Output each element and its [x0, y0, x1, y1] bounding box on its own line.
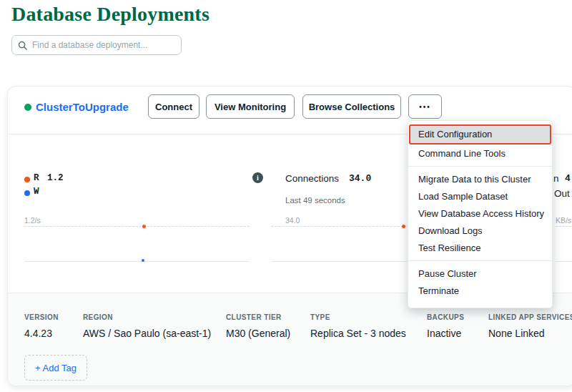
detail-backups: BACKUPS Inactive	[427, 313, 464, 339]
detail-label: LINKED APP SERVICES	[488, 313, 572, 321]
info-icon[interactable]: i	[252, 172, 263, 183]
search-input[interactable]	[32, 40, 175, 50]
connections-window-label: Last 49 seconds	[285, 196, 345, 205]
connections-value: 34.0	[349, 173, 371, 184]
detail-value: Replica Set - 3 nodes	[310, 328, 406, 339]
menu-item-load-sample-dataset[interactable]: Load Sample Dataset	[408, 188, 552, 205]
deployment-search[interactable]	[11, 35, 182, 55]
menu-item-edit-configuration[interactable]: Edit Configuration	[410, 126, 550, 143]
detail-label: BACKUPS	[427, 313, 464, 321]
detail-type: TYPE Replica Set - 3 nodes	[310, 313, 406, 339]
menu-group-data: Migrate Data to this Cluster Load Sample…	[408, 166, 552, 260]
cluster-status-icon	[24, 104, 31, 111]
menu-item-command-line-tools[interactable]: Command Line Tools	[408, 145, 552, 162]
menu-group-lifecycle: Pause Cluster Terminate	[408, 260, 552, 303]
read-ops-value: 1.2	[47, 173, 64, 183]
view-monitoring-button[interactable]: View Monitoring	[206, 94, 295, 119]
connections-max-gridline	[271, 226, 414, 227]
detail-label: TYPE	[310, 313, 406, 321]
network-out-label-fragment: Out	[554, 188, 570, 199]
detail-cluster-tier: CLUSTER TIER M30 (General)	[226, 313, 290, 339]
detail-value: 4.4.23	[24, 328, 59, 339]
network-max-gridline	[556, 226, 572, 227]
ops-baseline	[24, 261, 250, 262]
add-tag-button[interactable]: + Add Tag	[24, 355, 87, 381]
connections-scale-label: 34.0	[285, 216, 300, 225]
network-scale-label: KB/s	[556, 216, 571, 225]
ops-max-gridline	[24, 226, 250, 227]
network-in-label-fragment: n	[553, 173, 559, 184]
page-title: Database Deployments	[11, 3, 209, 26]
detail-label: VERSION	[24, 313, 59, 321]
write-ops-label: W	[34, 187, 39, 197]
more-actions-button[interactable]: •••	[408, 94, 442, 119]
connections-title: Connections	[285, 173, 339, 184]
read-ops-point	[142, 225, 146, 228]
connect-button[interactable]: Connect	[148, 94, 199, 119]
detail-value: Inactive	[427, 328, 464, 339]
read-ops-legend-icon	[24, 177, 30, 182]
database-deployments-page: Database Deployments ClusterToUpgrade Co…	[0, 0, 572, 392]
menu-group-configuration: Edit Configuration Command Line Tools	[408, 124, 552, 166]
detail-value: None Linked	[488, 328, 572, 339]
menu-item-test-resilience[interactable]: Test Resilience	[408, 240, 552, 257]
detail-linked-app-services: LINKED APP SERVICES None Linked	[488, 313, 572, 339]
network-baseline	[556, 261, 572, 262]
detail-version: VERSION 4.4.23	[24, 313, 59, 339]
detail-label: CLUSTER TIER	[226, 313, 290, 321]
cluster-name-link[interactable]: ClusterToUpgrade	[36, 101, 129, 113]
ops-scale-label: 1.2/s	[24, 216, 41, 225]
detail-label: REGION	[83, 313, 211, 321]
write-ops-legend-icon	[24, 190, 30, 196]
menu-item-download-logs[interactable]: Download Logs	[408, 222, 552, 240]
detail-region: REGION AWS / Sao Paulo (sa-east-1)	[83, 313, 211, 339]
cluster-actions-menu: Edit Configuration Command Line Tools Mi…	[408, 120, 553, 308]
detail-value: AWS / Sao Paulo (sa-east-1)	[83, 328, 211, 339]
menu-item-view-access-history[interactable]: View Database Access History	[408, 205, 552, 222]
read-ops-label: R	[34, 173, 39, 183]
menu-item-terminate[interactable]: Terminate	[408, 283, 552, 300]
menu-item-migrate-data[interactable]: Migrate Data to this Cluster	[408, 171, 552, 188]
connections-baseline	[271, 261, 414, 262]
menu-item-pause-cluster[interactable]: Pause Cluster	[408, 265, 552, 283]
search-icon	[18, 41, 27, 50]
detail-value: M30 (General)	[226, 328, 290, 339]
network-in-value-fragment: 4	[565, 173, 571, 184]
connections-point	[402, 225, 405, 228]
write-ops-point	[142, 259, 144, 262]
browse-collections-button[interactable]: Browse Collections	[302, 94, 401, 119]
